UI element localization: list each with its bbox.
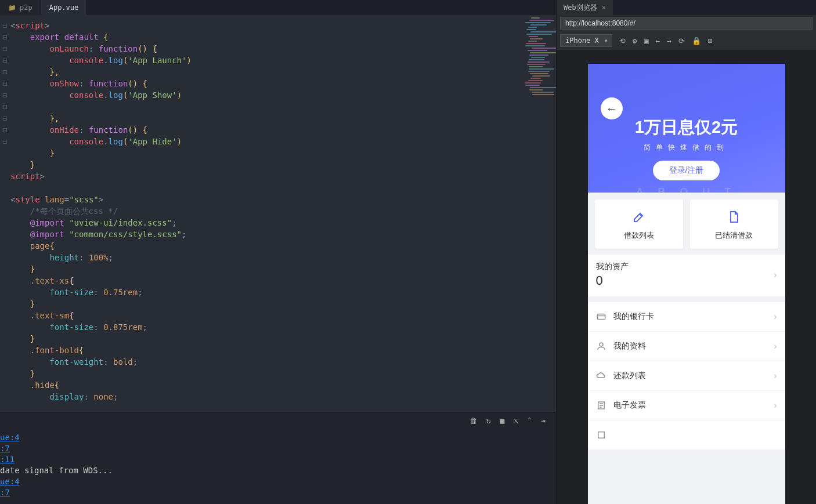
asset-title: 我的资产 bbox=[596, 262, 629, 272]
square-icon bbox=[596, 430, 606, 440]
asset-value: 0 bbox=[596, 273, 629, 288]
screenshot-icon[interactable]: ▣ bbox=[644, 37, 649, 45]
menu-item-label: 我的银行卡 bbox=[613, 311, 654, 322]
action-cards: 借款列表 已结清借款 bbox=[588, 193, 785, 255]
collapse-icon[interactable]: ˄ bbox=[528, 416, 532, 425]
menu-item-repayment[interactable]: 还款列表 › bbox=[588, 361, 785, 391]
menu-item-label: 还款列表 bbox=[613, 371, 646, 381]
forward-icon[interactable]: → bbox=[667, 37, 671, 45]
cloud-icon bbox=[596, 371, 606, 381]
tab-file-label: App.vue bbox=[49, 3, 79, 12]
trash-icon[interactable]: 🗑 bbox=[470, 416, 477, 425]
reload-icon[interactable]: ⟳ bbox=[678, 37, 685, 45]
browser-tab[interactable]: Web浏览器 × bbox=[557, 0, 613, 16]
device-select-value: iPhone X bbox=[565, 37, 599, 45]
url-bar bbox=[557, 15, 816, 31]
receipt-icon bbox=[596, 400, 606, 411]
editor-tabs: p2p App.vue bbox=[0, 0, 556, 15]
tab-file-appvue[interactable]: App.vue bbox=[41, 0, 88, 15]
card-icon bbox=[596, 311, 606, 322]
browser-pane: Web浏览器 × iPhone X ⟲ ⚙ ▣ ← → ⟳ 🔒 ⊞ ← 1万日息… bbox=[556, 0, 816, 504]
menu-item-label: 电子发票 bbox=[613, 400, 646, 411]
gear-icon[interactable]: ⚙ bbox=[633, 37, 637, 45]
code-editor[interactable]: ⊟ ⊟ ⊟ ⊟ ⊟ ⊟ ⊟ ⊟ ⊟ ⊟ ⊟ <script> export de… bbox=[0, 15, 556, 412]
card-settled-loan[interactable]: 已结清借款 bbox=[690, 200, 778, 249]
device-select[interactable]: iPhone X bbox=[560, 34, 612, 47]
browser-tab-title: Web浏览器 bbox=[564, 3, 597, 13]
grid-icon[interactable]: ⊞ bbox=[708, 37, 713, 45]
preview-viewport: ← 1万日息仅2元 简单快速借的到 登录/注册 A B O U T 借款列表 已… bbox=[557, 50, 816, 504]
fold-gutter[interactable]: ⊟ ⊟ ⊟ ⊟ ⊟ ⊟ ⊟ ⊟ ⊟ ⊟ ⊟ bbox=[2, 20, 8, 147]
asset-row[interactable]: 我的资产 0 › bbox=[588, 255, 785, 296]
tab-folder-label: p2p bbox=[20, 3, 33, 12]
phone-header: ← 1万日息仅2元 简单快速借的到 登录/注册 A B O U T bbox=[588, 64, 785, 198]
lock-icon[interactable]: 🔒 bbox=[692, 37, 701, 45]
tab-folder-p2p[interactable]: p2p bbox=[0, 0, 41, 15]
document-icon bbox=[727, 210, 741, 224]
menu-item-invoice[interactable]: 电子发票 › bbox=[588, 391, 785, 420]
code-content: <script> export default { onLaunch: func… bbox=[0, 15, 556, 403]
svg-rect-0 bbox=[597, 314, 605, 320]
card-loan-list[interactable]: 借款列表 bbox=[595, 200, 683, 249]
login-button[interactable]: 登录/注册 bbox=[653, 161, 720, 180]
terminal[interactable]: ue:4:7:11date signal from WDS...ue:4:7 bbox=[0, 429, 556, 504]
card-settled-loan-label: 已结清借款 bbox=[690, 230, 778, 241]
header-title: 1万日息仅2元 bbox=[588, 116, 785, 139]
editor-pane: p2p App.vue ⊟ ⊟ ⊟ ⊟ ⊟ ⊟ ⊟ ⊟ ⊟ ⊟ ⊟ <scrip… bbox=[0, 0, 556, 504]
chevron-right-icon: › bbox=[774, 311, 777, 322]
menu-item-extra[interactable] bbox=[588, 420, 785, 450]
user-icon bbox=[596, 341, 606, 351]
chevron-right-icon: › bbox=[774, 270, 777, 280]
close-icon[interactable]: × bbox=[602, 3, 606, 12]
menu-item-profile[interactable]: 我的资料 › bbox=[588, 332, 785, 361]
asset-info: 我的资产 0 bbox=[596, 262, 629, 288]
restart-icon[interactable]: ↻ bbox=[486, 416, 491, 425]
terminal-toolbar: 🗑 ↻ ■ ⇱ ˄ ⇥ bbox=[0, 412, 556, 429]
svg-rect-3 bbox=[598, 432, 604, 438]
back-button[interactable]: ← bbox=[601, 97, 623, 119]
chevron-right-icon: › bbox=[774, 400, 777, 411]
card-loan-list-label: 借款列表 bbox=[595, 230, 683, 241]
header-subtitle: 简单快速借的到 bbox=[588, 143, 785, 153]
export-icon[interactable]: ⇱ bbox=[514, 416, 518, 425]
phone-frame: ← 1万日息仅2元 简单快速借的到 登录/注册 A B O U T 借款列表 已… bbox=[588, 64, 785, 504]
svg-point-1 bbox=[600, 343, 603, 346]
url-input[interactable] bbox=[560, 17, 813, 30]
rotate-icon[interactable]: ⟲ bbox=[619, 37, 626, 45]
minimap[interactable] bbox=[525, 17, 554, 110]
menu-item-label: 我的资料 bbox=[613, 341, 646, 351]
chevron-right-icon: › bbox=[774, 341, 777, 351]
browser-tabs: Web浏览器 × bbox=[557, 0, 816, 15]
dev-toolbar: iPhone X ⟲ ⚙ ▣ ← → ⟳ 🔒 ⊞ bbox=[557, 31, 816, 50]
stop-icon[interactable]: ■ bbox=[500, 416, 505, 425]
menu-list: 我的银行卡 › 我的资料 › 还款列表 › 电子发票 › bbox=[588, 302, 785, 450]
back-icon[interactable]: ← bbox=[655, 37, 660, 45]
chevron-right-icon: › bbox=[774, 371, 777, 381]
wrap-icon[interactable]: ⇥ bbox=[541, 416, 546, 425]
menu-item-bankcard[interactable]: 我的银行卡 › bbox=[588, 302, 785, 332]
edit-icon bbox=[632, 210, 646, 224]
